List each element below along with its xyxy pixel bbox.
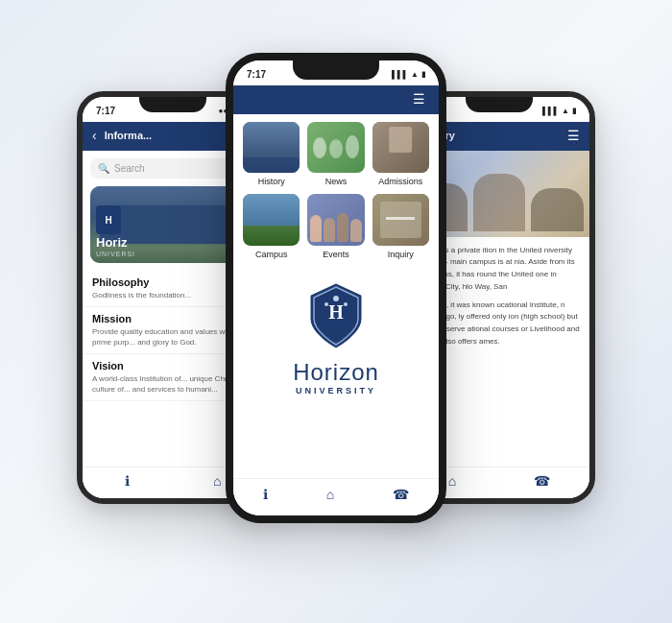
center-logo-area: H Horizon UNIVERSITY: [233, 267, 439, 407]
hamburger-menu-icon[interactable]: ☰: [413, 91, 425, 107]
phone-icon-center[interactable]: ☎: [393, 487, 409, 502]
notch-center: [293, 60, 379, 80]
hero-name: Horiz: [96, 236, 128, 250]
wifi-center-icon: ▲: [411, 70, 419, 79]
home-icon-center[interactable]: ⌂: [326, 487, 334, 502]
info-icon-left[interactable]: ℹ: [125, 473, 130, 489]
status-icons-center: ▌▌▌ ▲ ▮: [392, 70, 425, 79]
search-placeholder: Search: [114, 163, 145, 174]
svg-point-3: [344, 302, 348, 306]
grid-item-history[interactable]: History: [243, 122, 300, 187]
phone-center: 7:17 ▌▌▌ ▲ ▮ ☰: [226, 53, 446, 523]
hero-subtitle: UNIVERSI: [96, 251, 135, 257]
grid-item-campus[interactable]: Campus: [243, 194, 300, 259]
time-center: 7:17: [247, 69, 266, 80]
inquiry-label: Inquiry: [388, 250, 414, 259]
history-thumbnail: [243, 122, 300, 174]
news-label: News: [325, 177, 348, 186]
back-arrow-icon[interactable]: ‹: [92, 128, 97, 143]
status-icons-right: ▌▌▌ ▲ ▮: [542, 107, 576, 115]
time-left: 7:17: [96, 106, 115, 116]
info-icon-center[interactable]: ℹ: [263, 487, 268, 502]
battery-center-icon: ▮: [421, 70, 425, 79]
menu-grid: History News: [233, 114, 439, 268]
brand-name: Horizon: [293, 359, 379, 386]
center-header: ☰: [233, 85, 439, 114]
left-header-title: Informa...: [105, 130, 153, 141]
history-label: History: [258, 177, 285, 186]
signal-right-icon: ▌▌▌: [542, 107, 559, 115]
svg-point-2: [324, 302, 328, 306]
admissions-thumbnail: [372, 122, 429, 174]
events-thumbnail: [307, 194, 364, 246]
home-icon-left[interactable]: ⌂: [213, 473, 221, 489]
signal-bars-icon: ▌▌▌: [392, 70, 408, 79]
phones-container: 7:17 ●●● ▲ ▮ ‹ Informa... 🔍 Search: [58, 34, 614, 590]
wifi-right-icon: ▲: [562, 107, 569, 115]
search-icon: 🔍: [98, 163, 109, 174]
admissions-label: Admissions: [378, 177, 422, 186]
home-icon-right[interactable]: ⌂: [448, 473, 456, 489]
center-bottom-nav: ℹ ⌂ ☎: [233, 478, 439, 515]
campus-label: Campus: [255, 250, 288, 259]
hero-logo: H: [96, 205, 121, 234]
campus-thumbnail: [243, 194, 300, 246]
news-thumbnail: [307, 122, 364, 174]
inquiry-thumbnail: [372, 194, 429, 246]
notch-right: [466, 97, 533, 112]
screen-center: 7:17 ▌▌▌ ▲ ▮ ☰: [233, 60, 439, 515]
hamburger-right-icon[interactable]: ☰: [567, 128, 580, 143]
grid-item-news[interactable]: News: [307, 122, 364, 187]
brand-subtitle: UNIVERSITY: [296, 386, 376, 395]
svg-text:H: H: [328, 301, 344, 323]
events-label: Events: [323, 250, 349, 259]
grid-item-events[interactable]: Events: [307, 194, 364, 259]
svg-point-1: [333, 296, 339, 301]
phone-icon-right[interactable]: ☎: [534, 473, 550, 489]
grid-item-admissions[interactable]: Admissions: [372, 122, 429, 187]
horizon-shield-logo: H: [307, 282, 365, 349]
battery-right-icon: ▮: [572, 107, 576, 115]
notch-left: [139, 97, 206, 112]
grid-item-inquiry[interactable]: Inquiry: [372, 194, 429, 259]
